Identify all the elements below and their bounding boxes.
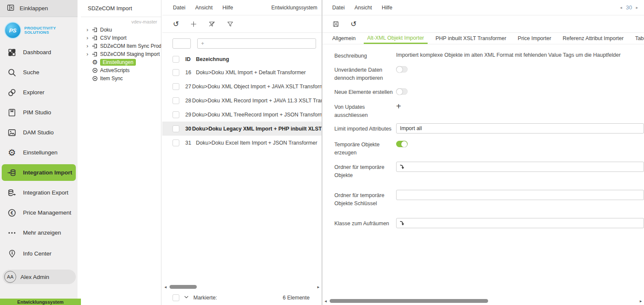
sidebar-item-einstellungen[interactable]: ⚙ Einstellungen [0, 142, 78, 163]
tab-php-inbuilt-xslt-transformer[interactable]: PHP inbuilt XSLT Transformer [436, 33, 506, 44]
menu-datei[interactable]: Datei [173, 5, 185, 11]
tab-bar: Allgemein Alt-XML Objekt Importer PHP in… [322, 33, 644, 44]
toggle-switch[interactable] [396, 141, 408, 147]
tree-item[interactable]: Item Sync [81, 74, 161, 82]
field-input[interactable] [396, 123, 644, 134]
brand-name: PRODUCTIVITY SOLUTIONS [24, 26, 56, 35]
row-name: Doku>Doku Excel Item Import + JSON Trans… [196, 140, 317, 146]
scrollbar-track[interactable] [168, 285, 316, 289]
avatar-initials: AA [7, 274, 13, 279]
filter-icon-button[interactable] [227, 20, 234, 28]
table-row[interactable]: 27 Doku>Doku XML Object Import + JAVA XS… [162, 79, 322, 93]
table-header: ID Bezeichnung [162, 56, 322, 63]
more-icon [7, 228, 17, 238]
field-input-wrap [396, 162, 644, 180]
scroll-left-icon[interactable]: ◂ [163, 285, 168, 289]
id-filter-input[interactable] [172, 38, 191, 49]
menu-ansicht[interactable]: Ansicht [195, 5, 213, 11]
sidebar-item-integration-import[interactable]: Integration Import [2, 164, 76, 181]
row-checkbox[interactable] [172, 83, 179, 90]
sidebar-item-integration-export[interactable]: Integration Export [0, 183, 78, 203]
menu-hilfe[interactable]: Hilfe [382, 5, 392, 11]
chevron-right-icon[interactable]: › [86, 27, 92, 32]
sidebar-item-label: Suche [23, 69, 39, 76]
chevron-right-icon[interactable]: › [86, 43, 92, 49]
tree-item[interactable]: › CSV Import [81, 34, 161, 42]
form-row: Neue Elemente erstellen [334, 87, 644, 96]
refresh-icon-button[interactable]: ↺ [173, 20, 179, 28]
sidebar-item-suche[interactable]: Suche [0, 62, 78, 82]
row-checkbox[interactable] [172, 111, 179, 118]
row-checkbox[interactable] [172, 97, 179, 104]
field-input[interactable] [396, 162, 644, 172]
filter-clear-icon-button[interactable] [208, 20, 216, 28]
menu-hilfe[interactable]: Hilfe [222, 5, 233, 11]
integration-export-icon [7, 188, 17, 198]
field-input[interactable] [396, 190, 644, 200]
prev-record-icon[interactable]: ◂ [620, 5, 622, 10]
gear-icon: ⚙ [8, 148, 16, 157]
sidebar-item-label: Explorer [23, 89, 44, 96]
chevron-right-icon[interactable]: › [86, 35, 92, 41]
text-filter-input[interactable] [197, 38, 316, 49]
scroll-right-icon[interactable]: ▸ [316, 285, 321, 289]
menu-datei[interactable]: Datei [332, 5, 345, 11]
tree-item[interactable]: › SDZeCOM Item Sync Products [81, 42, 161, 50]
table-row[interactable]: 29 Doku>Doku XML TreeRecord Import + JSO… [162, 107, 322, 122]
field-label: Von Updates ausschliessen [334, 102, 396, 119]
row-checkbox[interactable] [172, 139, 179, 146]
select-all-checkbox[interactable] [172, 56, 179, 63]
scrollbar-thumb[interactable] [330, 299, 488, 303]
add-icon[interactable]: + [396, 102, 401, 119]
row-checkbox[interactable] [172, 125, 179, 132]
tree-item[interactable]: ⚙ Einstellungen [81, 58, 161, 66]
sidebar-item-mehr-anzeigen[interactable]: Mehr anzeigen [0, 223, 78, 243]
sidebar-item-pim-studio[interactable]: PIM Studio [0, 102, 78, 122]
sidebar: Einklappen PS PRODUCTIVITY SOLUTIONS Das… [0, 0, 78, 299]
chevron-down-icon[interactable] [183, 294, 190, 300]
table-row[interactable]: 31 Doku>Doku Excel Item Import + JSON Tr… [162, 136, 322, 150]
sidebar-item-explorer[interactable]: Explorer [0, 82, 78, 102]
tab-referenz-attribut-importer[interactable]: Referenz Attribut Importer [563, 33, 624, 44]
tree-panel-title: SDZeCOM Import [81, 0, 161, 17]
table-row[interactable]: 28 Doku>Doku XML Record Import + JAVA 11… [162, 93, 322, 107]
row-id: 31 [185, 140, 195, 146]
chevron-right-icon[interactable]: › [86, 51, 92, 57]
tree-item[interactable]: ActiveScripts [81, 66, 161, 74]
table-row[interactable]: 16 Doku>Doku XML Import + Default Transf… [162, 65, 322, 79]
tree-item-label: ActiveScripts [100, 67, 129, 73]
list-footer: Markierte: 6 Elemente [162, 290, 322, 305]
sidebar-item-label: Integration Import [23, 169, 72, 176]
user-menu[interactable]: AA Alex Admin [3, 270, 76, 284]
scrollbar-track[interactable] [328, 299, 638, 303]
tree-item[interactable]: › SDZeCOM Staging Import [81, 50, 161, 58]
toggle-switch[interactable] [396, 66, 408, 73]
scroll-right-icon[interactable]: ▸ [638, 299, 643, 303]
scroll-left-icon[interactable]: ◂ [323, 299, 328, 303]
next-record-icon[interactable]: ▸ [636, 5, 638, 10]
tab-alt-xml-objekt-importer[interactable]: Alt-XML Objekt Importer [364, 33, 428, 44]
sidebar-item-price-management[interactable]: € Price Management [0, 203, 78, 223]
sidebar-item-info-center[interactable]: Info Center [0, 244, 78, 264]
sidebar-item-dashboard[interactable]: Dashboard [0, 42, 78, 62]
toggle-switch[interactable] [396, 88, 408, 95]
tab-allgemein[interactable]: Allgemein [332, 33, 356, 44]
add-icon-button[interactable] [190, 20, 197, 28]
table-row[interactable]: 30 Doku>Doku Legacy XML Import + PHP inb… [162, 122, 322, 136]
field-label: Ordner für temporäreObjekte Schlüssel [334, 190, 396, 208]
refresh-icon-button[interactable]: ↺ [351, 20, 356, 28]
collapse-sidebar-button[interactable]: Einklappen [0, 0, 78, 17]
save-icon-button[interactable] [332, 20, 339, 28]
brand-line2: SOLUTIONS [24, 30, 56, 35]
list-menubar: DateiAnsichtHilfe Entwicklungssystem [162, 0, 322, 15]
field-input[interactable] [396, 218, 644, 228]
tab-price-importer[interactable]: Price Importer [518, 33, 552, 44]
chevron-down-icon[interactable] [183, 294, 190, 302]
sidebar-item-dam-studio[interactable]: DAM Studio [0, 122, 78, 142]
menu-ansicht[interactable]: Ansicht [354, 5, 372, 11]
marked-checkbox[interactable] [172, 294, 179, 301]
tree-item[interactable]: › Doku [81, 26, 161, 34]
scrollbar-thumb[interactable] [170, 285, 197, 289]
tab-tabellen-attribut-importer[interactable]: Tabellen Attribut Importer [635, 33, 644, 44]
row-checkbox[interactable] [172, 69, 179, 76]
